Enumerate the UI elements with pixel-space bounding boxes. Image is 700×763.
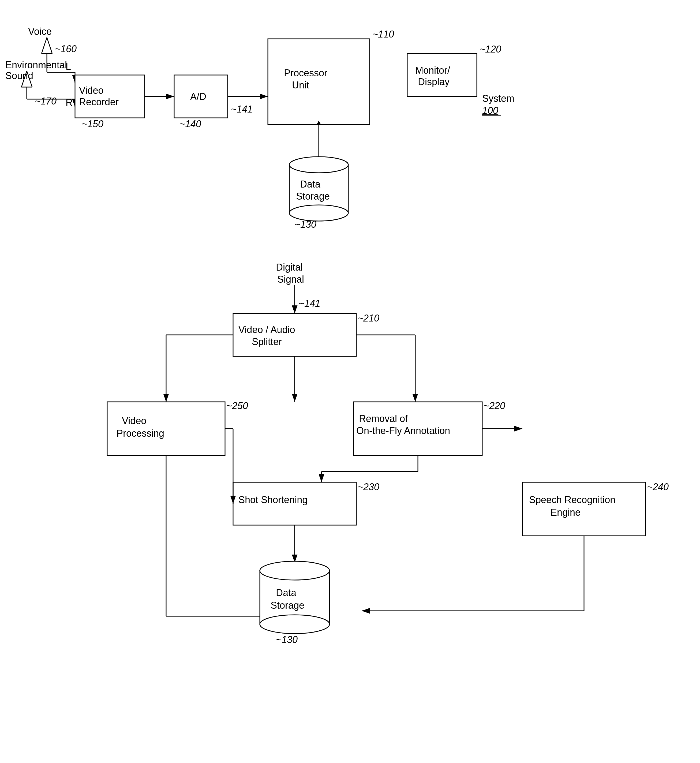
sre-label2: Engine bbox=[550, 507, 581, 518]
remove-annot-ref: ~220 bbox=[484, 400, 505, 411]
bottom-141-ref: ~141 bbox=[299, 298, 320, 309]
remove-annot-label1: Removal of bbox=[359, 413, 408, 424]
data-storage-label1: Data bbox=[300, 179, 321, 190]
svg-line-2 bbox=[42, 38, 47, 53]
processor-label2: Unit bbox=[292, 80, 309, 91]
vp-label2: Processing bbox=[117, 428, 164, 439]
shot-shortening-label: Shot Shortening bbox=[238, 494, 308, 505]
video-recorder-label2: Recorder bbox=[79, 97, 119, 108]
system-label: System bbox=[482, 93, 514, 104]
monitor-label2: Display bbox=[418, 77, 450, 88]
diagram-container: Voice ~160 Environmental Sound ~170 L R … bbox=[0, 0, 700, 763]
vp-ref: ~250 bbox=[227, 400, 248, 411]
data-storage-bottom bbox=[289, 205, 348, 221]
processor-label1: Processor bbox=[284, 67, 327, 78]
processor-ref: ~110 bbox=[372, 29, 394, 40]
vp-label1: Video bbox=[122, 415, 146, 426]
ad-ref: ~140 bbox=[180, 119, 201, 130]
env-sound-label2: Sound bbox=[5, 70, 33, 81]
digital-signal-label2: Signal bbox=[277, 274, 304, 285]
data-storage2-bottom bbox=[260, 615, 330, 633]
env-sound-label1: Environmental bbox=[5, 59, 67, 70]
voice-label: Voice bbox=[28, 26, 52, 37]
video-recorder-ref: ~150 bbox=[82, 119, 103, 130]
monitor-label1: Monitor/ bbox=[415, 65, 450, 76]
signal-141-ref: ~141 bbox=[231, 104, 253, 115]
r-label: R bbox=[66, 97, 73, 108]
vas-ref: ~210 bbox=[358, 313, 379, 324]
data-storage2-label2: Storage bbox=[270, 600, 304, 611]
vas-label1: Video / Audio bbox=[238, 324, 295, 335]
data-storage-label2: Storage bbox=[296, 191, 330, 202]
env-sound-ref: ~170 bbox=[35, 95, 56, 106]
system-ref: 100 bbox=[482, 105, 498, 116]
l-label: L bbox=[66, 61, 71, 72]
voice-ref: ~160 bbox=[55, 44, 77, 55]
processor-box bbox=[268, 39, 370, 125]
data-storage-top bbox=[289, 157, 348, 173]
sre-box bbox=[522, 482, 645, 536]
data-storage2-top bbox=[260, 561, 330, 580]
data-storage2-ref: ~130 bbox=[276, 634, 298, 645]
remove-annot-label2: On-the-Fly Annotation bbox=[356, 425, 450, 436]
sre-label1: Speech Recognition bbox=[529, 494, 616, 505]
video-recorder-label1: Video bbox=[79, 85, 103, 96]
ad-label: A/D bbox=[190, 91, 206, 102]
vas-label2: Splitter bbox=[252, 336, 282, 347]
digital-signal-label1: Digital bbox=[276, 262, 303, 273]
svg-line-3 bbox=[47, 38, 52, 53]
data-storage2-label1: Data bbox=[276, 587, 297, 598]
data-storage-ref: ~130 bbox=[295, 219, 316, 230]
voice-antenna bbox=[42, 38, 52, 62]
monitor-ref: ~120 bbox=[480, 44, 501, 55]
sre-ref: ~240 bbox=[647, 482, 669, 493]
shot-shortening-ref: ~230 bbox=[358, 482, 379, 493]
